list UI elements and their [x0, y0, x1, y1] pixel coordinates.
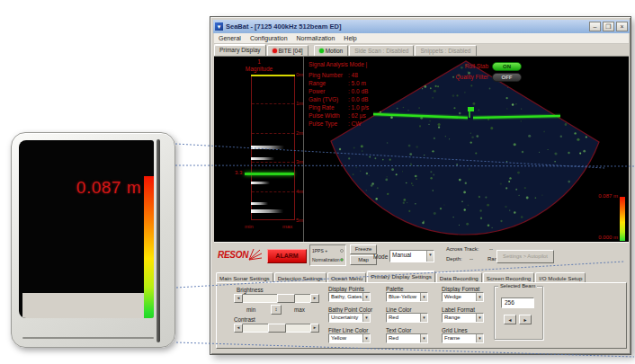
arrow-right-icon[interactable]: ► — [310, 324, 319, 333]
combo-value: Uncertainty — [329, 314, 362, 322]
tab-primary-display[interactable]: Primary Display — [214, 44, 266, 56]
tab-label: Motion — [326, 48, 344, 54]
display-format-select[interactable]: Wedge ▼ — [442, 292, 484, 302]
pps-label: 1PPS + — [312, 248, 327, 253]
tab-detection-settings[interactable]: Detection Settings — [274, 272, 326, 282]
motion-status-icon — [319, 49, 324, 53]
ping-label: Pulse Type — [309, 120, 348, 128]
ping-value: : 0.0 dB — [348, 95, 368, 103]
bite-status-icon — [273, 49, 277, 53]
chevron-down-icon[interactable]: ▼ — [476, 293, 483, 301]
brightness-max-label: max — [294, 306, 305, 313]
mode-value: Manual — [390, 251, 426, 262]
tab-motion[interactable]: Motion — [314, 45, 349, 56]
palette-select[interactable]: Blue-Yellow ▼ — [386, 292, 428, 302]
arrow-left-icon[interactable]: ◄ — [234, 324, 243, 333]
brightness-min-label: min — [246, 306, 255, 313]
stabilization-controls: Roll Stab ON Quality Filter OFF — [442, 61, 523, 83]
combo-value: Yellow — [329, 334, 362, 342]
chevron-down-icon[interactable]: ▼ — [362, 334, 370, 342]
combo-value: Range — [443, 314, 476, 322]
filter-line-color-select[interactable]: Yellow ▼ — [328, 333, 371, 343]
tab-screen-recording[interactable]: Screen Recording — [483, 272, 535, 282]
chevron-down-icon[interactable]: ▼ — [362, 314, 370, 322]
beam-next-button[interactable]: ► — [519, 315, 532, 324]
chevron-down-icon[interactable]: ▼ — [420, 293, 427, 301]
ping-label: Range — [309, 79, 348, 87]
alarm-button[interactable]: ALARM — [267, 249, 307, 263]
brightness-thumb[interactable] — [277, 294, 295, 303]
tab-ocean-menu[interactable]: Ocean Menu — [327, 272, 366, 282]
ping-value: : 62 µs — [348, 111, 366, 120]
quality-filter-toggle[interactable]: OFF — [492, 73, 522, 82]
palette-label: Palette — [386, 286, 404, 292]
display-format-label: Display Format — [442, 286, 479, 292]
tab-data-recording[interactable]: Data Recording — [436, 272, 482, 282]
contrast-slider[interactable]: ◄ ► — [234, 324, 319, 333]
contrast-thumb[interactable] — [268, 324, 286, 333]
roll-stab-label: Roll Stab — [442, 63, 488, 69]
sync-indicator-panel: 1PPS + Normalization — [309, 244, 346, 266]
maximize-button[interactable]: ❐ — [603, 22, 614, 31]
settings-autopilot-button[interactable]: Settings > Autopilot — [496, 250, 554, 263]
menu-configuration[interactable]: Configuration — [246, 35, 292, 41]
arrow-left-icon[interactable]: ◄ — [234, 294, 243, 303]
beam-prev-button[interactable]: ◄ — [504, 315, 516, 324]
menu-help[interactable]: Help — [339, 35, 361, 41]
close-button[interactable]: × — [616, 22, 628, 31]
tab-primary-display-settings[interactable]: Primary Display Settings — [367, 271, 434, 282]
line-color-select[interactable]: Red ▼ — [386, 313, 428, 323]
selected-beam-label: Selected Beam — [498, 283, 537, 289]
label-format-select[interactable]: Range ▼ — [442, 313, 484, 323]
tab-io-module-setup[interactable]: I/O Module Setup — [535, 272, 586, 282]
mode-label: Mode — [373, 253, 388, 260]
ping-value: : 48 — [348, 71, 358, 79]
arrow-right-icon[interactable]: ► — [310, 294, 319, 303]
bathy-point-color-select[interactable]: Uncertainty ▼ — [328, 313, 371, 323]
minimize-button[interactable]: – — [589, 22, 601, 31]
chevron-down-icon[interactable]: ▼ — [362, 293, 370, 301]
contrast-label: Contrast — [234, 316, 255, 323]
chevron-down-icon[interactable]: ▼ — [426, 251, 434, 262]
depth-colorbar — [620, 197, 625, 241]
ping-label: Pulse Width — [309, 111, 348, 120]
depth-value: -- — [470, 256, 473, 262]
selected-beam-input[interactable]: 256 — [501, 297, 534, 308]
mode-select[interactable]: Manual ▼ — [389, 250, 434, 262]
tab-bite[interactable]: BITE [04] — [267, 45, 309, 56]
tab-label: BITE [04] — [279, 48, 303, 54]
brightness-track[interactable] — [243, 294, 310, 303]
across-track-label: Across Track: — [446, 246, 478, 252]
menu-normalization[interactable]: Normalization — [292, 35, 340, 41]
across-track-value: -- — [489, 246, 493, 252]
ping-info-block: Signal Analysis Mode | Ping Number: 48 R… — [309, 60, 369, 128]
text-color-select[interactable]: Red ▼ — [386, 333, 428, 343]
chevron-down-icon[interactable]: ▼ — [476, 334, 483, 342]
display-points-select[interactable]: Bathy, Gates, R... ▼ — [328, 292, 371, 302]
grid-lines-select[interactable]: Frame ▼ — [442, 333, 484, 343]
primary-display-settings-pane: Brightness ◄ ► min ↕ max Contrast ◄ ► Di… — [216, 282, 627, 349]
tab-label: Side Scan : Disabled — [354, 48, 408, 54]
normalization-indicator-icon — [340, 258, 344, 262]
tab-main-sonar-settings[interactable]: Main Sonar Settings — [216, 272, 273, 282]
depth-label: Depth: — [446, 256, 462, 262]
brightness-label: Brightness — [237, 287, 264, 293]
ping-value: : 1.0 p/s — [348, 103, 369, 111]
colorbar-max-label: 0.087 m — [564, 193, 618, 199]
title-bar[interactable]: ▼ SeaBat - [7125 400kHz 512beam ED] – ❐ … — [213, 20, 630, 33]
chevron-down-icon[interactable]: ▼ — [420, 314, 427, 322]
device-screen: 0.087 m 0.000 m — [19, 140, 154, 318]
chevron-down-icon[interactable]: ▼ — [420, 334, 427, 342]
settings-tab-strip: Main Sonar Settings Detection Settings O… — [216, 271, 586, 282]
menu-general[interactable]: General — [214, 35, 246, 41]
chevron-down-icon[interactable]: ▼ — [476, 314, 483, 322]
brightness-slider[interactable]: ◄ ► — [234, 294, 319, 303]
echo-bar — [251, 202, 268, 205]
display-tab-row: Primary Display BITE [04] Motion Side Sc… — [214, 44, 629, 56]
zoom-callout-device: 0.087 m 0.000 m — [11, 132, 175, 348]
selected-beam-group: Selected Beam 256 ◄ ► — [494, 286, 543, 340]
brightness-default-button[interactable]: ↕ — [271, 305, 282, 315]
filter-line-color-label: Filter Line Color — [328, 327, 368, 333]
contrast-track[interactable] — [243, 324, 310, 333]
roll-stab-toggle[interactable]: ON — [492, 62, 522, 71]
